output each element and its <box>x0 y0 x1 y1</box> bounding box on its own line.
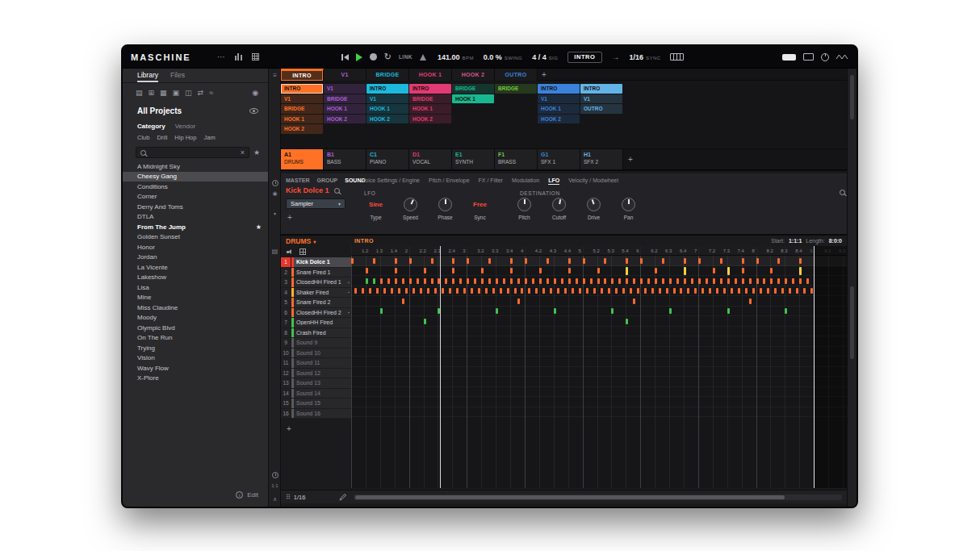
visibility-eye-icon[interactable] <box>249 108 258 114</box>
panel-chevron-icon[interactable]: ▾ <box>269 211 281 216</box>
note-event[interactable] <box>554 308 556 314</box>
note-event[interactable] <box>615 288 618 294</box>
note-event[interactable] <box>655 278 657 284</box>
note-event[interactable] <box>424 278 426 284</box>
note-event[interactable] <box>673 288 676 294</box>
pattern-cell-a1-intro[interactable]: INTRO <box>281 84 323 94</box>
editor-clock-icon[interactable] <box>272 472 279 478</box>
note-event[interactable] <box>706 278 708 284</box>
pattern-cell-a1-hook-2[interactable]: HOOK 2 <box>281 124 323 134</box>
note-event[interactable] <box>781 288 784 294</box>
note-event[interactable] <box>597 268 600 273</box>
note-event[interactable] <box>510 268 513 273</box>
note-event[interactable] <box>452 278 454 284</box>
note-event[interactable] <box>659 288 661 294</box>
sound-row-14[interactable]: 14Sound 14 <box>281 389 351 399</box>
step-grid-setting[interactable]: ⠿ 1/16 <box>286 494 305 501</box>
subtab-vendor[interactable]: Vendor <box>175 123 195 130</box>
note-event[interactable] <box>395 278 397 284</box>
group-a1[interactable]: A1DRUMS <box>281 149 324 169</box>
sound-row-12[interactable]: 12Sound 12 <box>281 369 351 379</box>
tab-group[interactable]: GROUP <box>317 177 338 183</box>
pattern-cell-a1-hook-1[interactable]: HOOK 1 <box>281 115 323 124</box>
pattern-cell-a1-v1[interactable]: V1 <box>281 94 323 104</box>
pattern-cell-b1-hook-2[interactable]: HOOK 2 <box>324 115 366 124</box>
note-event[interactable] <box>774 288 777 294</box>
horizontal-scrollbar[interactable] <box>354 495 842 500</box>
project-item-jordan[interactable]: Jordan <box>123 253 268 263</box>
section-tab-intro[interactable]: INTRO <box>281 69 324 81</box>
section-tab-hook-2[interactable]: HOOK 2 <box>452 69 495 81</box>
scrollbar-thumb[interactable] <box>355 495 785 499</box>
param-phase[interactable]: Phase <box>428 197 463 220</box>
sound-row-7[interactable]: 7OpenHH Fired <box>281 318 351 328</box>
note-event[interactable] <box>720 258 722 264</box>
pattern-cell-f1-bridge[interactable]: BRIDGE <box>495 84 537 94</box>
note-event[interactable] <box>503 278 505 284</box>
note-event[interactable] <box>626 267 628 275</box>
note-event[interactable] <box>568 258 571 264</box>
param-cutoff[interactable]: Cutoff <box>542 197 576 220</box>
knob-phase[interactable] <box>438 198 452 211</box>
sound-row-4[interactable]: 4Shaker Fired▪ <box>281 288 351 298</box>
note-event[interactable] <box>723 288 726 294</box>
subtab-category[interactable]: Category <box>137 123 165 130</box>
note-event[interactable] <box>662 278 664 284</box>
note-event[interactable] <box>756 278 759 284</box>
project-item-golden-sunset[interactable]: Golden Sunset <box>123 232 268 243</box>
sound-row-8[interactable]: 8Crash Fired <box>281 328 351 339</box>
project-item-from-the-jump[interactable]: From The Jump★ <box>123 222 268 232</box>
note-event[interactable] <box>583 258 585 264</box>
note-event[interactable] <box>727 308 730 314</box>
param-speed[interactable]: Speed <box>393 197 428 220</box>
note-event[interactable] <box>481 278 484 284</box>
step-grid[interactable]: 1.21.31.422.22.32.433.23.33.444.24.34.45… <box>351 246 850 488</box>
sig-readout[interactable]: 4 / 4SIG <box>532 53 558 61</box>
note-event[interactable] <box>434 288 437 294</box>
note-event[interactable] <box>517 298 520 304</box>
filter-club[interactable]: Club <box>137 134 149 141</box>
pattern-cell-h1-intro[interactable]: INTRO <box>580 84 622 94</box>
note-event[interactable] <box>467 278 469 284</box>
project-item-olympic-blvd[interactable]: Olympic Blvd <box>123 323 268 333</box>
pattern-cell-d1-bridge[interactable]: BRIDGE <box>409 94 451 104</box>
note-event[interactable] <box>467 258 469 264</box>
group-f1[interactable]: F1BRASS <box>495 149 538 169</box>
param-sync[interactable]: FreeSync <box>463 197 497 220</box>
mixer-view-icon[interactable] <box>235 53 242 61</box>
sound-row-2[interactable]: 2Snare Fired 1 <box>281 268 351 278</box>
note-event[interactable] <box>669 308 672 314</box>
pattern-cell-b1-bridge[interactable]: BRIDGE <box>324 94 366 104</box>
note-event[interactable] <box>626 319 628 324</box>
note-event[interactable] <box>507 288 509 294</box>
pattern-cell-c1-hook-1[interactable]: HOOK 1 <box>366 104 408 114</box>
note-event[interactable] <box>698 278 701 284</box>
note-event[interactable] <box>640 258 643 264</box>
note-event[interactable] <box>362 288 364 294</box>
note-event[interactable] <box>640 278 643 284</box>
filter-jam[interactable]: Jam <box>203 134 215 141</box>
page-fx-filter[interactable]: FX / Filter <box>479 177 503 185</box>
pattern-cell-g1-intro[interactable]: INTRO <box>538 84 580 94</box>
pattern-cell-h1-outro[interactable]: OUTRO <box>580 104 622 114</box>
editor-scrollbar-thumb[interactable] <box>850 286 854 359</box>
pattern-cell-c1-intro[interactable]: INTRO <box>366 84 408 94</box>
project-item-honor[interactable]: Honor <box>123 242 268 253</box>
note-event[interactable] <box>554 278 556 284</box>
start-value[interactable]: 1:1:1 <box>789 238 802 244</box>
group-d1[interactable]: D1VOCAL <box>409 149 452 169</box>
project-item-corner[interactable]: Corner <box>123 192 268 202</box>
project-item-wavy-flow[interactable]: Wavy Flow <box>123 363 268 374</box>
group-g1[interactable]: G1SFX 1 <box>538 149 580 169</box>
sounds-icon[interactable]: ▦ <box>160 89 167 97</box>
note-event[interactable] <box>373 278 375 284</box>
follow-icon[interactable]: → <box>612 52 620 61</box>
note-event[interactable] <box>618 278 621 284</box>
note-event[interactable] <box>785 278 787 284</box>
draw-pencil-icon[interactable] <box>339 494 346 501</box>
collapse-icon[interactable]: ∧ <box>269 496 281 503</box>
note-event[interactable] <box>604 258 606 264</box>
user-icon[interactable]: ◉ <box>252 89 258 97</box>
note-event[interactable] <box>351 258 354 264</box>
project-item-la-vicente[interactable]: La Vicente <box>123 262 268 273</box>
